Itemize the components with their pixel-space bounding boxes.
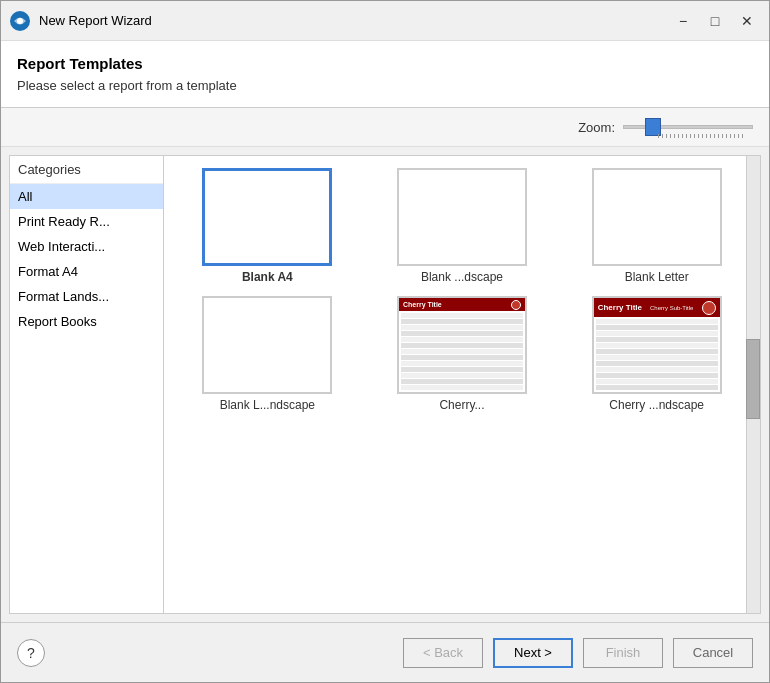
template-thumb-cherry-landscape: Cherry Title Cherry Sub-Title — [592, 296, 722, 394]
zoom-label: Zoom: — [578, 120, 615, 135]
toolbar: Zoom: — [1, 108, 769, 147]
template-thumb-cherry: Cherry Title — [397, 296, 527, 394]
template-blank-a4[interactable]: Blank A4 — [176, 168, 359, 284]
template-cherry[interactable]: Cherry Title — [371, 296, 554, 412]
template-blank-landscape2[interactable]: Blank L...ndscape — [176, 296, 359, 412]
template-label-blank-landscape: Blank ...dscape — [421, 270, 503, 284]
main-window: New Report Wizard − □ ✕ Report Templates… — [0, 0, 770, 683]
template-blank-letter[interactable]: Blank Letter — [565, 168, 748, 284]
sidebar-item-print-ready[interactable]: Print Ready R... — [10, 209, 163, 234]
sidebar-item-all[interactable]: All — [10, 184, 163, 209]
scrollbar-track — [746, 156, 760, 613]
maximize-button[interactable]: □ — [701, 9, 729, 33]
zoom-ticks — [658, 128, 753, 138]
back-button[interactable]: < Back — [403, 638, 483, 668]
sidebar-item-format-landscape[interactable]: Format Lands... — [10, 284, 163, 309]
help-button[interactable]: ? — [17, 639, 45, 667]
template-label-blank-landscape2: Blank L...ndscape — [220, 398, 315, 412]
categories-header: Categories — [10, 156, 163, 184]
svg-point-1 — [17, 18, 23, 24]
template-label-blank-letter: Blank Letter — [625, 270, 689, 284]
minimize-button[interactable]: − — [669, 9, 697, 33]
header-area: Report Templates Please select a report … — [1, 41, 769, 108]
categories-sidebar: Categories All Print Ready R... Web Inte… — [9, 155, 164, 614]
templates-grid: Blank A4 Blank ...dscape Blank Letter — [164, 156, 760, 424]
page-subtitle: Please select a report from a template — [17, 78, 753, 93]
template-thumb-blank-landscape2 — [202, 296, 332, 394]
close-button[interactable]: ✕ — [733, 9, 761, 33]
sidebar-item-format-a4[interactable]: Format A4 — [10, 259, 163, 284]
template-label-cherry-landscape: Cherry ...ndscape — [609, 398, 704, 412]
template-label-blank-a4: Blank A4 — [242, 270, 293, 284]
next-button[interactable]: Next > — [493, 638, 573, 668]
template-thumb-blank-a4 — [202, 168, 332, 266]
template-cherry-landscape[interactable]: Cherry Title Cherry Sub-Title — [565, 296, 748, 412]
title-bar: New Report Wizard − □ ✕ — [1, 1, 769, 41]
template-thumb-blank-landscape — [397, 168, 527, 266]
window-controls: − □ ✕ — [669, 9, 761, 33]
main-content: Categories All Print Ready R... Web Inte… — [1, 147, 769, 622]
templates-area: Blank A4 Blank ...dscape Blank Letter — [164, 155, 761, 614]
sidebar-item-report-books[interactable]: Report Books — [10, 309, 163, 334]
scrollbar-thumb[interactable] — [746, 339, 760, 419]
page-title: Report Templates — [17, 55, 753, 72]
window-title: New Report Wizard — [39, 13, 669, 28]
footer: ? < Back Next > Finish Cancel — [1, 622, 769, 682]
zoom-slider[interactable] — [623, 116, 753, 138]
template-blank-landscape[interactable]: Blank ...dscape — [371, 168, 554, 284]
sidebar-item-web-interactive[interactable]: Web Interacti... — [10, 234, 163, 259]
cancel-button[interactable]: Cancel — [673, 638, 753, 668]
template-label-cherry: Cherry... — [439, 398, 484, 412]
template-thumb-blank-letter — [592, 168, 722, 266]
app-icon — [9, 10, 31, 32]
finish-button[interactable]: Finish — [583, 638, 663, 668]
